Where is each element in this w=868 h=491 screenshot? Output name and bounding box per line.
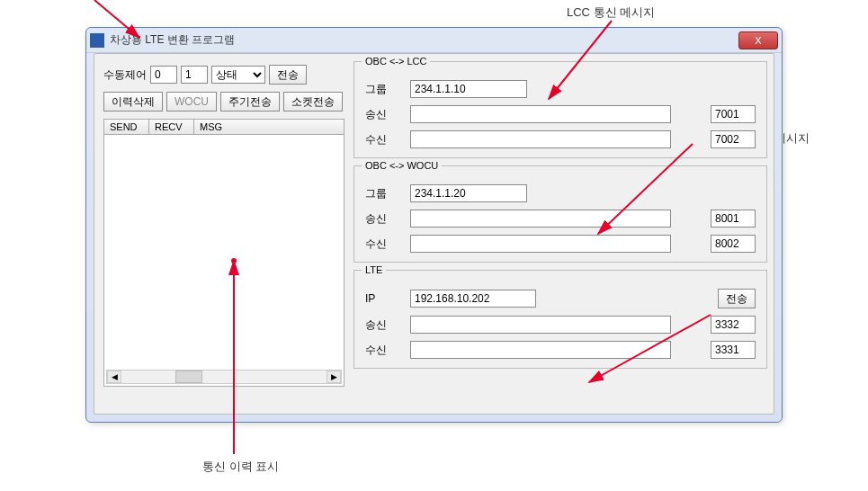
- scroll-right-arrow[interactable]: ▶: [327, 370, 341, 383]
- lcc-send-port[interactable]: [711, 105, 756, 123]
- lte-group: LTE IP 전송 송신 수신: [353, 270, 767, 369]
- col-msg[interactable]: MSG: [194, 120, 344, 134]
- manual-input-2[interactable]: [181, 66, 208, 84]
- manual-label: 수동제어: [103, 67, 147, 83]
- lcc-send-label: 송신: [365, 107, 401, 122]
- wocu-group-input[interactable]: [410, 184, 527, 202]
- lcc-group-label: 그룹: [365, 82, 401, 97]
- action-buttons-row: 이력삭제 WOCU 주기전송 소켓전송: [103, 92, 345, 112]
- horizontal-scrollbar[interactable]: ◀ ▶: [106, 370, 342, 384]
- col-recv[interactable]: RECV: [149, 120, 194, 134]
- periodic-send-button[interactable]: 주기전송: [220, 92, 280, 112]
- wocu-group-label: 그룹: [365, 186, 401, 201]
- wocu-recv-input[interactable]: [410, 235, 671, 253]
- lcc-group-title: OBC <-> LCC: [362, 56, 430, 67]
- lte-send-button[interactable]: 전송: [718, 289, 756, 308]
- client-area: 수동제어 상태 전송 이력삭제 WOCU 주기전송 소켓전송 SEND RECV…: [94, 53, 774, 415]
- annotation-lcc: LCC 통신 메시지: [567, 4, 655, 21]
- wocu-button[interactable]: WOCU: [166, 92, 217, 112]
- send-button[interactable]: 전송: [269, 65, 307, 85]
- lte-send-input[interactable]: [410, 316, 671, 334]
- manual-control-row: 수동제어 상태 전송: [103, 65, 345, 85]
- lcc-group: OBC <-> LCC 그룹 송신 수신: [353, 61, 767, 158]
- window-title: 차상용 LTE 변환 프로그램: [110, 32, 738, 48]
- wocu-send-label: 송신: [365, 211, 401, 227]
- wocu-recv-label: 수신: [365, 237, 401, 252]
- lte-group-title: LTE: [362, 264, 386, 275]
- scroll-thumb[interactable]: [175, 370, 202, 383]
- lte-ip-input[interactable]: [410, 290, 536, 308]
- wocu-recv-port[interactable]: [711, 235, 756, 253]
- lte-recv-label: 수신: [365, 343, 401, 358]
- lte-ip-label: IP: [365, 292, 401, 305]
- lte-send-label: 송신: [365, 317, 401, 333]
- wocu-send-input[interactable]: [410, 210, 671, 228]
- state-select[interactable]: 상태: [211, 66, 265, 84]
- lte-recv-port[interactable]: [711, 341, 756, 359]
- close-button[interactable]: X: [738, 31, 778, 49]
- app-icon: [90, 33, 104, 48]
- app-window: 차상용 LTE 변환 프로그램 X 수동제어 상태 전송 이력삭제 WOCU 주…: [85, 27, 783, 423]
- lcc-send-input[interactable]: [410, 105, 671, 123]
- lcc-group-input[interactable]: [410, 80, 527, 98]
- lcc-recv-label: 수신: [365, 132, 401, 147]
- annotation-history: 통신 이력 표시: [202, 459, 279, 475]
- left-pane: 수동제어 상태 전송 이력삭제 WOCU 주기전송 소켓전송 SEND RECV…: [103, 65, 345, 387]
- lcc-recv-port[interactable]: [711, 130, 756, 148]
- right-pane: OBC <-> LCC 그룹 송신 수신 OBC <-> WO: [353, 61, 767, 376]
- wocu-group-title: OBC <-> WOCU: [362, 160, 442, 171]
- lte-send-port[interactable]: [711, 316, 756, 334]
- socket-send-button[interactable]: 소켓전송: [283, 92, 343, 112]
- grid-header: SEND RECV MSG: [103, 119, 345, 135]
- lte-recv-input[interactable]: [410, 341, 671, 359]
- delete-history-button[interactable]: 이력삭제: [103, 92, 163, 112]
- col-send[interactable]: SEND: [104, 120, 149, 134]
- lcc-recv-input[interactable]: [410, 130, 671, 148]
- titlebar[interactable]: 차상용 LTE 변환 프로그램 X: [86, 28, 782, 53]
- grid-body[interactable]: ◀ ▶: [103, 135, 345, 387]
- scroll-left-arrow[interactable]: ◀: [107, 370, 121, 383]
- wocu-send-port[interactable]: [711, 210, 756, 228]
- wocu-group: OBC <-> WOCU 그룹 송신 수신: [353, 165, 767, 263]
- manual-input-1[interactable]: [150, 66, 177, 84]
